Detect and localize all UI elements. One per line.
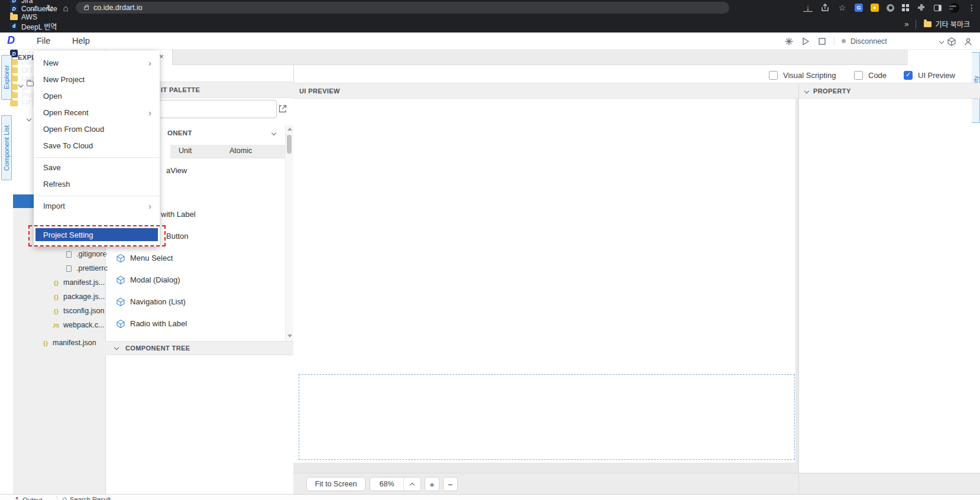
tree-row[interactable]: manifest.js... (13, 275, 105, 290)
scroll-down-icon[interactable] (287, 335, 292, 337)
file-menu-item[interactable]: New › (34, 54, 160, 71)
kebab-menu-icon[interactable]: ⋮ (967, 3, 976, 12)
checkbox-label: Visual Scripting (783, 71, 836, 80)
palette-tab-unit[interactable]: Unit (179, 147, 192, 155)
zoom-expand-caret-icon[interactable] (404, 482, 421, 487)
url-bar[interactable]: co.ide.drdart.io (76, 2, 729, 14)
file-menu-item[interactable]: › (34, 154, 160, 159)
view-mode-checkbox[interactable]: Code (854, 69, 887, 81)
stop-square-icon[interactable] (817, 37, 827, 46)
bookmarks-bar: 앱 M 두산 매뉴얼 (0, 15, 980, 33)
bookmarks-overflow-chevron[interactable]: » (900, 20, 913, 28)
asterisk-tool-icon[interactable] (784, 37, 794, 46)
open-in-new-window-icon[interactable] (278, 104, 287, 116)
palette-item[interactable]: Modal (Dialog) (105, 269, 285, 291)
file-menu-item[interactable]: Open From Cloud › (34, 121, 160, 137)
zoom-in-button[interactable]: + (425, 477, 439, 491)
file-menu-item-label: Open (43, 92, 62, 100)
disconnect-dropdown[interactable]: Disconnect (842, 37, 947, 46)
component-cube-icon (116, 319, 125, 329)
file-menu-item[interactable]: Import › (34, 197, 160, 214)
menu-file[interactable]: File (37, 36, 50, 46)
file-name: package.js... (63, 293, 105, 301)
checkbox-label: Code (868, 71, 887, 80)
statusbar-output[interactable]: ↥ Output (14, 496, 42, 500)
preview-selection-frame[interactable] (299, 374, 795, 460)
file-type-icon (52, 278, 60, 287)
bookmark-item[interactable]: D Jira (5, 0, 95, 5)
palette-item[interactable]: Radio with Label (105, 313, 285, 335)
view-mode-checkbox[interactable]: Visual Scripting (769, 69, 836, 81)
share-icon[interactable] (820, 3, 830, 12)
profile-avatar[interactable]: JUNG YO (949, 3, 959, 13)
tree-expand-chevron[interactable] (27, 116, 31, 121)
star-icon[interactable]: ☆ (837, 3, 847, 12)
sidebar-tab-explorer[interactable]: Explorer (1, 55, 12, 100)
scroll-up-icon[interactable] (287, 128, 292, 131)
statusbar-search-result[interactable]: Search Result (63, 496, 111, 500)
palette-tab-atomic[interactable]: Atomic (229, 147, 252, 155)
side-panel-icon[interactable] (934, 5, 942, 11)
package-box-icon[interactable] (947, 37, 956, 46)
palette-item[interactable]: Navigation (List) (105, 291, 285, 313)
tree-row[interactable]: package.js... (13, 290, 105, 304)
tree-row[interactable]: .gitignore (13, 247, 105, 261)
sidebar-tab-component-list[interactable]: Component List (1, 115, 12, 180)
file-menu-item-label: Project Setting (35, 228, 158, 241)
file-name: .prettierrc (76, 264, 108, 272)
close-icon[interactable]: × (159, 52, 164, 61)
submenu-arrow-icon: › (148, 58, 151, 68)
tree-row[interactable]: manifest.json (13, 336, 105, 350)
file-menu-item[interactable]: Project Setting › (34, 226, 160, 243)
palette-item[interactable]: Menu Select (105, 247, 285, 269)
bookmark-label: Confluence (21, 5, 57, 13)
download-icon[interactable]: ↓ (803, 4, 813, 12)
file-menu-item[interactable]: Save To Cloud › (34, 137, 160, 154)
bookmark-item[interactable]: D Confluence (5, 5, 95, 13)
file-menu-item[interactable]: Save › (34, 159, 160, 176)
checkbox-icon[interactable] (854, 71, 863, 80)
camera-extension-icon[interactable] (887, 4, 894, 12)
output-arrow-icon: ↥ (14, 496, 20, 500)
file-menu-item[interactable]: › (34, 214, 160, 226)
file-menu-item[interactable]: › (34, 192, 160, 197)
menu-help[interactable]: Help (72, 36, 90, 46)
account-person-icon[interactable] (963, 37, 973, 46)
file-menu-item-label: New (43, 59, 59, 67)
translate-extension-icon[interactable]: G (855, 4, 863, 12)
bookmark-item[interactable]: d DeepL 번역 (5, 21, 95, 31)
fit-to-screen-button[interactable]: Fit to Screen (306, 477, 366, 491)
file-type-icon (52, 293, 60, 301)
document-tab-strip (105, 50, 908, 65)
file-name: manifest.js... (63, 278, 105, 287)
keep-extension-icon[interactable]: ● (871, 4, 879, 12)
chevron-down-icon[interactable] (271, 131, 276, 135)
other-bookmarks[interactable]: 기타 북마크 (918, 19, 975, 29)
bookmark-label: DeepL 번역 (21, 21, 57, 31)
component-section-header: ONENT (167, 129, 192, 137)
file-menu-item[interactable]: Open Recent › (34, 104, 160, 121)
zoom-out-button[interactable]: − (443, 477, 458, 491)
checkbox-icon[interactable] (769, 71, 778, 80)
file-menu-item[interactable]: Open › (34, 87, 160, 104)
tree-row[interactable]: .prettierrc (13, 261, 105, 275)
file-menu-item[interactable]: Refresh › (34, 176, 160, 192)
bookmark-label: AWS (21, 13, 37, 21)
panel-divider (798, 83, 799, 494)
checkbox-icon[interactable] (904, 71, 913, 80)
zoom-level-input[interactable] (370, 480, 403, 488)
palette-scrollbar-track[interactable] (285, 125, 293, 341)
qr-extension-icon[interactable] (902, 4, 909, 11)
bookmark-favicon (10, 100, 18, 106)
tree-row[interactable]: webpack.c... (13, 318, 105, 332)
zoom-control[interactable] (370, 477, 421, 491)
tree-row[interactable]: tsconfig.json (13, 304, 105, 318)
run-play-icon[interactable] (801, 37, 810, 46)
status-dot (842, 39, 846, 43)
file-menu-item[interactable]: New Project › (34, 71, 160, 87)
extensions-puzzle-icon[interactable] (917, 3, 926, 12)
palette-scrollbar-thumb[interactable] (287, 135, 292, 154)
bookmark-item[interactable]: AWS (5, 13, 95, 21)
view-mode-checkbox[interactable]: UI Preview (904, 69, 955, 81)
chevron-down-icon[interactable] (804, 88, 809, 93)
